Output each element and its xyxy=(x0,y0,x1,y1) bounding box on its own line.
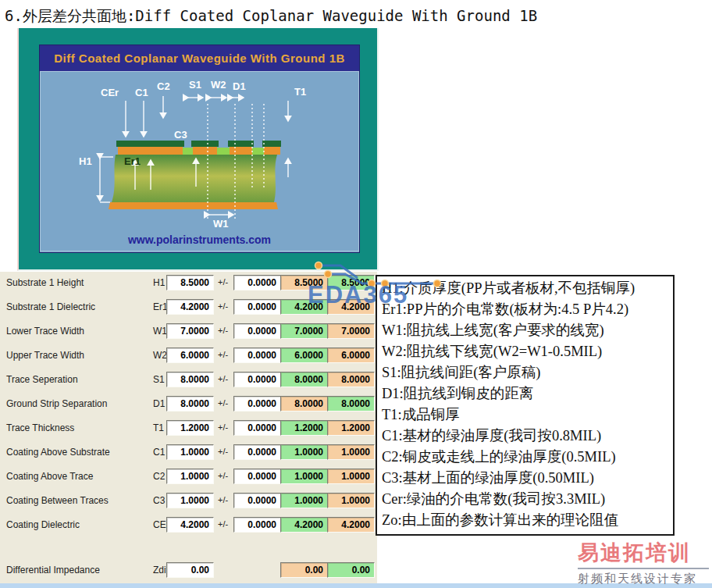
diagram-title: Diff Coated Coplanar Waveguide With Grou… xyxy=(40,45,359,71)
result-max-field: 1.0000 xyxy=(327,444,375,460)
parameter-value-field[interactable]: 1.0000 xyxy=(166,444,214,460)
parameter-symbol: C2 xyxy=(153,471,165,482)
parameter-value-field[interactable]: 8.5000 xyxy=(166,275,214,290)
result-max-field: 6.0000 xyxy=(327,347,375,363)
tolerance-field[interactable]: 0.0000 xyxy=(233,517,281,533)
result-min-field: 1.2000 xyxy=(280,420,328,436)
parameter-panel: Substrate 1 Height H1 8.5000 +/- 0.0000 … xyxy=(0,272,377,588)
parameter-symbol: S1 xyxy=(153,374,165,385)
tolerance-field[interactable]: 0.0000 xyxy=(233,372,281,387)
diagram-frame: Diff Coated Coplanar Waveguide With Grou… xyxy=(17,28,379,271)
tolerance-field[interactable]: 0.0000 xyxy=(233,396,281,412)
screenshot-root: 6.外层差分共面地:Diff Coated Coplanar Waveguide… xyxy=(0,0,712,588)
tolerance-field[interactable]: 0.0000 xyxy=(233,469,281,484)
plus-minus-label: +/- xyxy=(218,398,228,408)
annotation-line: W2:阻抗线下线宽(W2=W1-0.5MIL) xyxy=(382,341,673,362)
parameter-label: Trace Seperation xyxy=(6,374,78,385)
tolerance-field[interactable]: 0.0000 xyxy=(233,420,281,436)
zdiff-min-field: 0.00 xyxy=(280,562,328,578)
parameter-symbol: C3 xyxy=(153,495,165,506)
parameter-label: Upper Trace Width xyxy=(6,350,84,361)
label-c1: C1 xyxy=(135,87,148,98)
result-max-field: 1.0000 xyxy=(327,493,375,508)
parameter-row: Coating Between Traces C3 1.0000 +/- 0.0… xyxy=(0,493,377,510)
page-title: 6.外层差分共面地:Diff Coated Coplanar Waveguide… xyxy=(5,6,537,27)
plus-minus-label: +/- xyxy=(218,422,228,432)
parameter-symbol: C1 xyxy=(153,447,165,458)
label-er1: Er1 xyxy=(124,155,141,167)
label-c2: C2 xyxy=(157,80,170,92)
parameter-value-field[interactable]: 1.0000 xyxy=(166,493,214,508)
annotation-line: C2:铜皮或走线上的绿油厚度(0.5MIL) xyxy=(382,447,673,468)
result-label: Differential Impedance xyxy=(6,565,100,576)
annotation-line: W1:阻抗线上线宽(客户要求的线宽) xyxy=(382,320,673,341)
parameter-value-field[interactable]: 8.0000 xyxy=(166,396,214,412)
brand-subtitle: 射频和天线设计专家 xyxy=(578,572,709,586)
result-max-field: 4.2000 xyxy=(327,517,375,533)
parameter-label: Substrate 1 Dielectric xyxy=(6,301,95,312)
parameter-value-field[interactable]: 1.2000 xyxy=(166,420,214,436)
parameter-value-field[interactable]: 4.2000 xyxy=(166,299,214,315)
plus-minus-label: +/- xyxy=(218,277,228,287)
plus-minus-label: +/- xyxy=(218,519,228,529)
result-min-field: 6.0000 xyxy=(280,347,328,363)
annotation-line: D1:阻抗线到铜皮的距离 xyxy=(382,383,673,404)
parameter-row: Trace Seperation S1 8.0000 +/- 0.0000 8.… xyxy=(0,372,377,389)
result-max-field: 7.0000 xyxy=(327,323,375,339)
annotation-line: Zo:由上面的参数计算出来的理论阻值 xyxy=(382,510,673,531)
parameter-label: Coating Above Trace xyxy=(6,471,93,482)
top-copper-and-coating xyxy=(116,141,281,155)
parameter-row: Coating Above Substrate C1 1.0000 +/- 0.… xyxy=(0,444,377,461)
tolerance-field[interactable]: 0.0000 xyxy=(233,275,281,290)
result-min-field: 4.2000 xyxy=(280,299,328,315)
label-s1: S1 xyxy=(189,79,201,91)
annotation-line: C3:基材上面的绿油厚度(0.50MIL) xyxy=(382,468,673,489)
label-d1: D1 xyxy=(233,80,246,92)
parameter-value-field[interactable]: 7.0000 xyxy=(166,323,214,339)
parameter-symbol: D1 xyxy=(153,398,165,409)
tolerance-field[interactable]: 0.0000 xyxy=(233,323,281,339)
parameter-value-field[interactable]: 6.0000 xyxy=(166,347,214,363)
brand-divider xyxy=(578,568,709,569)
parameter-label: Lower Trace Width xyxy=(6,326,84,337)
parameter-symbol: T1 xyxy=(153,422,164,433)
result-row-zdiff: Differential Impedance Zdiff 0.00 0.00 0… xyxy=(0,562,377,579)
zdiff-max-field: 0.00 xyxy=(327,562,375,578)
tolerance-field[interactable]: 0.0000 xyxy=(233,347,281,363)
plus-minus-label: +/- xyxy=(218,495,228,504)
result-max-field: 8.5000 xyxy=(327,275,375,290)
zdiff-value-field[interactable]: 0.00 xyxy=(166,562,214,578)
parameter-value-field[interactable]: 8.0000 xyxy=(166,372,214,387)
tolerance-field[interactable]: 0.0000 xyxy=(233,444,281,460)
parameter-value-field[interactable]: 1.0000 xyxy=(166,469,214,484)
annotation-box: H1:介质厚度(PP片或者板材,不包括铜厚)Er1:PP片的介电常数(板材为:4… xyxy=(376,275,675,536)
label-t1: T1 xyxy=(294,86,306,98)
result-max-field: 8.0000 xyxy=(327,372,375,387)
cross-section-diagram: CEr C1 C2 S1 W2 D1 T1 C3 H1 W1 Er1 www.p… xyxy=(40,71,359,251)
result-min-field: 4.2000 xyxy=(280,517,328,533)
parameter-label: Coating Between Traces xyxy=(6,495,109,506)
label-c3: C3 xyxy=(174,129,187,141)
result-min-field: 1.0000 xyxy=(280,469,328,484)
parameter-label: Coating Dielectric xyxy=(6,519,80,530)
bottom-copper-layer xyxy=(109,202,278,209)
brand-watermark: 易迪拓培训 射频和天线设计专家 xyxy=(578,539,709,586)
parameter-value-field[interactable]: 4.2000 xyxy=(166,517,214,533)
parameter-row: Substrate 1 Dielectric Er1 4.2000 +/- 0.… xyxy=(0,299,377,316)
tolerance-field[interactable]: 0.0000 xyxy=(233,299,281,315)
annotation-line: S1:阻抗线间距(客户原稿) xyxy=(382,362,673,383)
label-cer: CEr xyxy=(101,87,119,98)
annotation-line: T1:成品铜厚 xyxy=(382,404,673,426)
parameter-row: Lower Trace Width W1 7.0000 +/- 0.0000 7… xyxy=(0,323,377,340)
tolerance-field[interactable]: 0.0000 xyxy=(233,493,281,508)
label-h1: H1 xyxy=(79,155,92,167)
brand-title: 易迪拓培训 xyxy=(578,539,709,567)
cross-section-drawing: CEr C1 C2 S1 W2 D1 T1 C3 H1 W1 Er1 xyxy=(40,71,359,251)
annotation-line: H1:介质厚度(PP片或者板材,不包括铜厚) xyxy=(382,278,673,299)
plus-minus-label: +/- xyxy=(218,326,228,335)
parameter-symbol: Er1 xyxy=(153,301,168,312)
result-min-field: 1.0000 xyxy=(280,493,328,508)
annotation-line: C1:基材的绿油厚度(我司按0.8MIL) xyxy=(382,426,673,447)
result-min-field: 1.0000 xyxy=(280,444,328,460)
parameter-row: Coating Dielectric CEr 4.2000 +/- 0.0000… xyxy=(0,517,377,534)
